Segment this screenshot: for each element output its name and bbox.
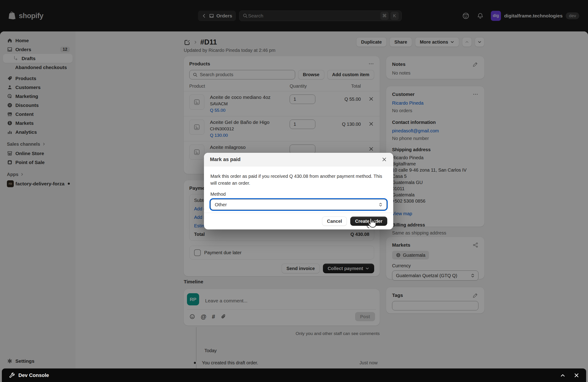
modal-title: Mark as paid xyxy=(210,156,240,162)
close-icon[interactable] xyxy=(381,156,387,162)
modal-body-text: Mark this order as paid if you received … xyxy=(210,173,387,187)
select-chevrons-icon xyxy=(378,202,383,207)
dev-console-label: Dev Console xyxy=(18,372,49,378)
wrench-icon xyxy=(9,372,15,379)
hand-cursor xyxy=(367,218,377,229)
shopify-admin: shopify Orders ⌘ K xyxy=(0,0,588,382)
method-label: Method xyxy=(210,191,387,197)
method-selected-value: Other xyxy=(215,202,227,207)
dev-console-bar[interactable]: Dev Console xyxy=(2,368,586,382)
expand-chevron-icon[interactable] xyxy=(560,373,566,378)
cancel-button[interactable]: Cancel xyxy=(322,217,347,226)
method-select[interactable]: Other xyxy=(210,199,387,210)
close-icon[interactable] xyxy=(574,373,579,378)
mark-as-paid-modal: Mark as paid Mark this order as paid if … xyxy=(204,153,393,229)
